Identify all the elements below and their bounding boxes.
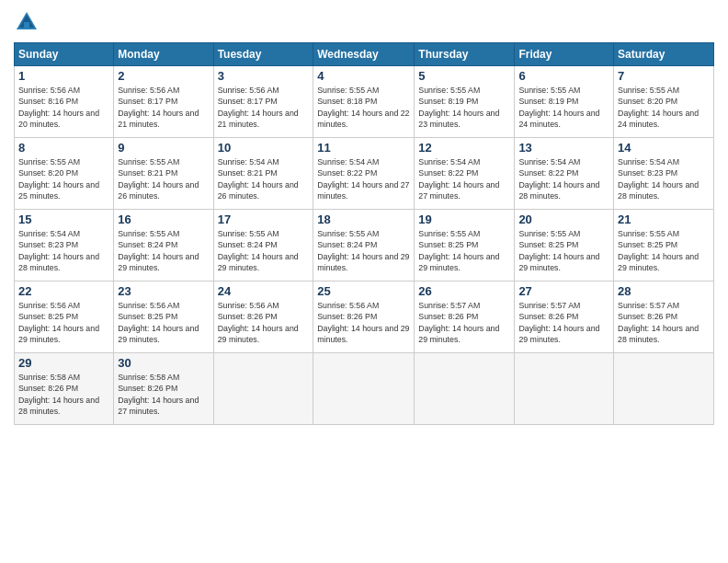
day-detail: Sunrise: 5:54 AMSunset: 8:23 PMDaylight:… (18, 228, 109, 273)
day-detail: Sunrise: 5:54 AMSunset: 8:23 PMDaylight:… (618, 156, 710, 201)
day-detail: Sunrise: 5:55 AMSunset: 8:25 PMDaylight:… (518, 228, 609, 273)
day-detail: Sunrise: 5:55 AMSunset: 8:25 PMDaylight:… (418, 228, 510, 273)
day-detail: Sunrise: 5:56 AMSunset: 8:25 PMDaylight:… (118, 300, 209, 345)
svg-rect-2 (24, 22, 29, 29)
header (14, 9, 714, 35)
calendar-cell: 27Sunrise: 5:57 AMSunset: 8:26 PMDayligh… (515, 282, 614, 353)
day-number: 27 (518, 284, 609, 298)
day-number: 29 (18, 356, 109, 370)
day-number: 3 (218, 69, 310, 83)
header-day: Tuesday (213, 43, 313, 66)
day-detail: Sunrise: 5:55 AMSunset: 8:24 PMDaylight:… (118, 228, 209, 273)
calendar-cell: 22Sunrise: 5:56 AMSunset: 8:25 PMDayligh… (15, 282, 114, 353)
day-number: 6 (518, 69, 609, 83)
day-number: 18 (317, 213, 410, 226)
calendar-table: SundayMondayTuesdayWednesdayThursdayFrid… (14, 42, 714, 425)
header-day: Sunday (15, 43, 114, 66)
day-detail: Sunrise: 5:54 AMSunset: 8:22 PMDaylight:… (317, 156, 410, 201)
calendar-cell: 20Sunrise: 5:55 AMSunset: 8:25 PMDayligh… (515, 210, 614, 282)
calendar-cell: 30Sunrise: 5:58 AMSunset: 8:26 PMDayligh… (114, 353, 213, 425)
day-number: 1 (18, 69, 109, 83)
header-day: Monday (114, 43, 213, 66)
day-number: 16 (118, 213, 209, 226)
day-detail: Sunrise: 5:55 AMSunset: 8:21 PMDaylight:… (118, 156, 209, 201)
day-number: 4 (317, 69, 410, 83)
day-number: 5 (418, 69, 510, 83)
day-number: 21 (618, 213, 710, 226)
logo (14, 9, 43, 35)
day-number: 2 (118, 69, 209, 83)
day-detail: Sunrise: 5:57 AMSunset: 8:26 PMDaylight:… (618, 300, 710, 345)
day-number: 26 (418, 284, 510, 298)
day-detail: Sunrise: 5:56 AMSunset: 8:17 PMDaylight:… (218, 85, 310, 130)
day-number: 30 (118, 356, 209, 370)
calendar-cell: 10Sunrise: 5:54 AMSunset: 8:21 PMDayligh… (213, 138, 313, 210)
day-detail: Sunrise: 5:56 AMSunset: 8:26 PMDaylight:… (317, 300, 410, 345)
day-number: 10 (218, 141, 310, 155)
day-detail: Sunrise: 5:55 AMSunset: 8:19 PMDaylight:… (518, 85, 609, 130)
calendar-week: 8Sunrise: 5:55 AMSunset: 8:20 PMDaylight… (15, 138, 714, 210)
calendar-cell: 29Sunrise: 5:58 AMSunset: 8:26 PMDayligh… (15, 353, 114, 425)
header-row: SundayMondayTuesdayWednesdayThursdayFrid… (15, 43, 714, 66)
day-number: 19 (418, 213, 510, 226)
calendar-week: 15Sunrise: 5:54 AMSunset: 8:23 PMDayligh… (15, 210, 714, 282)
calendar-cell: 9Sunrise: 5:55 AMSunset: 8:21 PMDaylight… (114, 138, 213, 210)
day-detail: Sunrise: 5:58 AMSunset: 8:26 PMDaylight:… (118, 372, 209, 417)
day-number: 20 (518, 213, 609, 226)
calendar-cell: 15Sunrise: 5:54 AMSunset: 8:23 PMDayligh… (15, 210, 114, 282)
header-day: Saturday (614, 43, 714, 66)
calendar-header: SundayMondayTuesdayWednesdayThursdayFrid… (15, 43, 714, 66)
calendar-cell: 2Sunrise: 5:56 AMSunset: 8:17 PMDaylight… (114, 66, 213, 138)
day-detail: Sunrise: 5:57 AMSunset: 8:26 PMDaylight:… (518, 300, 609, 345)
calendar-cell: 12Sunrise: 5:54 AMSunset: 8:22 PMDayligh… (415, 138, 515, 210)
day-number: 13 (518, 141, 609, 155)
calendar-cell: 16Sunrise: 5:55 AMSunset: 8:24 PMDayligh… (114, 210, 213, 282)
day-detail: Sunrise: 5:55 AMSunset: 8:20 PMDaylight:… (18, 156, 109, 201)
calendar-cell (213, 353, 313, 425)
day-detail: Sunrise: 5:55 AMSunset: 8:19 PMDaylight:… (418, 85, 510, 130)
header-day: Friday (515, 43, 614, 66)
day-detail: Sunrise: 5:56 AMSunset: 8:17 PMDaylight:… (118, 85, 209, 130)
calendar-cell: 28Sunrise: 5:57 AMSunset: 8:26 PMDayligh… (614, 282, 714, 353)
day-number: 17 (218, 213, 310, 226)
calendar-cell: 23Sunrise: 5:56 AMSunset: 8:25 PMDayligh… (114, 282, 213, 353)
calendar-cell: 18Sunrise: 5:55 AMSunset: 8:24 PMDayligh… (313, 210, 415, 282)
logo-icon (14, 9, 40, 35)
header-day: Wednesday (313, 43, 415, 66)
day-detail: Sunrise: 5:55 AMSunset: 8:25 PMDaylight:… (618, 228, 710, 273)
calendar-cell: 25Sunrise: 5:56 AMSunset: 8:26 PMDayligh… (313, 282, 415, 353)
calendar-cell: 21Sunrise: 5:55 AMSunset: 8:25 PMDayligh… (614, 210, 714, 282)
day-number: 14 (618, 141, 710, 155)
day-number: 12 (418, 141, 510, 155)
calendar-week: 29Sunrise: 5:58 AMSunset: 8:26 PMDayligh… (15, 353, 714, 425)
calendar-cell (313, 353, 415, 425)
day-detail: Sunrise: 5:55 AMSunset: 8:18 PMDaylight:… (317, 85, 410, 130)
day-number: 22 (18, 284, 109, 298)
calendar-cell (415, 353, 515, 425)
day-number: 7 (618, 69, 710, 83)
calendar-cell: 14Sunrise: 5:54 AMSunset: 8:23 PMDayligh… (614, 138, 714, 210)
day-number: 8 (18, 141, 109, 155)
day-number: 9 (118, 141, 209, 155)
calendar-cell: 7Sunrise: 5:55 AMSunset: 8:20 PMDaylight… (614, 66, 714, 138)
day-number: 11 (317, 141, 410, 155)
day-detail: Sunrise: 5:58 AMSunset: 8:26 PMDaylight:… (18, 372, 109, 417)
calendar-cell: 17Sunrise: 5:55 AMSunset: 8:24 PMDayligh… (213, 210, 313, 282)
calendar-cell: 26Sunrise: 5:57 AMSunset: 8:26 PMDayligh… (415, 282, 515, 353)
calendar-cell: 24Sunrise: 5:56 AMSunset: 8:26 PMDayligh… (213, 282, 313, 353)
page: SundayMondayTuesdayWednesdayThursdayFrid… (0, 0, 728, 563)
calendar-week: 22Sunrise: 5:56 AMSunset: 8:25 PMDayligh… (15, 282, 714, 353)
calendar-cell: 19Sunrise: 5:55 AMSunset: 8:25 PMDayligh… (415, 210, 515, 282)
calendar-cell: 11Sunrise: 5:54 AMSunset: 8:22 PMDayligh… (313, 138, 415, 210)
calendar-cell: 6Sunrise: 5:55 AMSunset: 8:19 PMDaylight… (515, 66, 614, 138)
calendar-cell (614, 353, 714, 425)
day-detail: Sunrise: 5:55 AMSunset: 8:24 PMDaylight:… (218, 228, 310, 273)
calendar-week: 1Sunrise: 5:56 AMSunset: 8:16 PMDaylight… (15, 66, 714, 138)
day-number: 23 (118, 284, 209, 298)
day-detail: Sunrise: 5:54 AMSunset: 8:21 PMDaylight:… (218, 156, 310, 201)
day-detail: Sunrise: 5:56 AMSunset: 8:26 PMDaylight:… (218, 300, 310, 345)
calendar-cell: 5Sunrise: 5:55 AMSunset: 8:19 PMDaylight… (415, 66, 515, 138)
calendar-body: 1Sunrise: 5:56 AMSunset: 8:16 PMDaylight… (15, 66, 714, 425)
calendar-cell: 1Sunrise: 5:56 AMSunset: 8:16 PMDaylight… (15, 66, 114, 138)
calendar-cell: 3Sunrise: 5:56 AMSunset: 8:17 PMDaylight… (213, 66, 313, 138)
